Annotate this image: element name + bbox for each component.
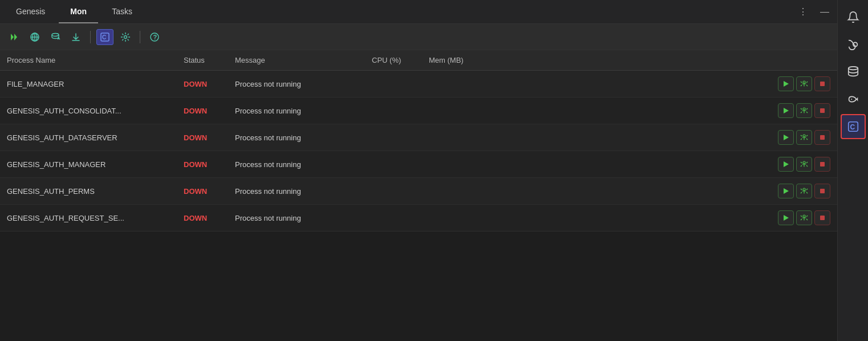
process-row-actions [490, 71, 837, 98]
process-row-actions [490, 205, 837, 232]
process-name: GENESIS_AUTH_MANAGER [0, 151, 177, 178]
svg-line-44 [806, 189, 808, 190]
svg-line-24 [801, 112, 802, 113]
svg-rect-33 [820, 135, 825, 140]
process-play-button[interactable] [778, 210, 794, 225]
help-button[interactable]: ? [146, 29, 163, 45]
minimize-button[interactable]: — [817, 6, 833, 18]
refresh-db-button[interactable] [47, 29, 64, 45]
process-message: Process not running [228, 178, 365, 205]
sidebar-database-icon[interactable] [841, 59, 866, 84]
svg-marker-1 [14, 34, 17, 40]
resource-manager-button[interactable]: C [96, 29, 113, 45]
svg-marker-48 [784, 215, 789, 221]
process-row-actions [490, 124, 837, 151]
col-header-message: Message [228, 50, 365, 71]
process-message: Process not running [228, 71, 365, 98]
sidebar-notifications-icon[interactable] [841, 5, 866, 30]
svg-text:C: C [102, 34, 106, 40]
process-status: DOWN [177, 124, 228, 151]
run-all-button[interactable] [6, 29, 23, 45]
process-debug-button[interactable] [796, 103, 812, 118]
sidebar-fish-icon[interactable] [841, 87, 866, 112]
process-play-button[interactable] [778, 184, 794, 198]
svg-rect-47 [820, 189, 825, 193]
process-play-button[interactable] [778, 76, 794, 91]
process-name: FILE_MANAGER [0, 71, 177, 98]
process-status: DOWN [177, 71, 228, 98]
col-header-status: Status [177, 50, 228, 71]
process-mem [422, 71, 490, 98]
process-stop-button[interactable] [814, 210, 830, 225]
process-stop-button[interactable] [814, 130, 830, 145]
table-row: GENESIS_AUTH_PERMS DOWN Process not runn… [0, 178, 837, 205]
svg-line-18 [806, 85, 808, 86]
toolbar-separator-1 [90, 31, 91, 43]
toolbar-separator-2 [140, 31, 140, 43]
svg-text:?: ? [153, 34, 157, 40]
process-status: DOWN [177, 151, 228, 178]
process-play-button[interactable] [778, 157, 794, 172]
more-options-button[interactable]: ⋮ [795, 5, 811, 18]
tab-mon[interactable]: Mon [59, 0, 98, 23]
tab-mon-label: Mon [70, 7, 87, 16]
tab-bar: Genesis Mon Tasks ⋮ — [0, 0, 837, 24]
table-header-row: Process Name Status Message CPU (%) Mem … [0, 50, 837, 71]
process-name: GENESIS_AUTH_DATASERVER [0, 124, 177, 151]
svg-line-52 [801, 219, 802, 220]
svg-line-30 [806, 135, 808, 136]
process-stop-button[interactable] [814, 76, 830, 91]
process-row-actions [490, 178, 837, 205]
svg-line-51 [806, 216, 808, 217]
svg-rect-40 [820, 162, 825, 167]
process-stop-button[interactable] [814, 157, 830, 172]
process-debug-button[interactable] [796, 130, 812, 145]
svg-line-16 [806, 82, 808, 83]
process-name: GENESIS_AUTH_REQUEST_SE... [0, 205, 177, 232]
table-row: GENESIS_AUTH_DATASERVER DOWN Process not… [0, 124, 837, 151]
svg-line-17 [801, 85, 802, 86]
tab-tasks[interactable]: Tasks [100, 0, 144, 23]
process-name: GENESIS_AUTH_CONSOLIDAT... [0, 98, 177, 124]
svg-line-45 [801, 192, 802, 193]
sidebar-spiral-icon[interactable] [841, 32, 866, 57]
process-debug-button[interactable] [796, 184, 812, 198]
process-cpu [365, 124, 422, 151]
svg-point-55 [848, 67, 858, 70]
process-message: Process not running [228, 98, 365, 124]
process-play-button[interactable] [778, 130, 794, 145]
tab-actions: ⋮ — [795, 5, 833, 18]
download-button[interactable] [67, 29, 84, 45]
main-content: Genesis Mon Tasks ⋮ — [0, 0, 837, 341]
right-sidebar: C [837, 0, 868, 341]
col-header-mem: Mem (MB) [422, 50, 490, 71]
table-row: GENESIS_AUTH_REQUEST_SE... DOWN Process … [0, 205, 837, 232]
settings-button[interactable] [117, 29, 134, 45]
svg-line-29 [801, 135, 802, 136]
svg-point-49 [803, 215, 805, 217]
svg-line-53 [806, 219, 808, 220]
process-stop-button[interactable] [814, 184, 830, 198]
network-button[interactable] [26, 29, 43, 45]
svg-marker-13 [784, 81, 789, 87]
svg-line-46 [806, 192, 808, 193]
process-debug-button[interactable] [796, 157, 812, 172]
col-header-name: Process Name [0, 50, 177, 71]
table-row: FILE_MANAGER DOWN Process not running [0, 71, 837, 98]
tab-genesis-label: Genesis [16, 7, 45, 16]
process-cpu [365, 71, 422, 98]
process-play-button[interactable] [778, 103, 794, 118]
process-stop-button[interactable] [814, 103, 830, 118]
table-row: GENESIS_AUTH_CONSOLIDAT... DOWN Process … [0, 98, 837, 124]
svg-line-23 [806, 108, 808, 109]
tab-genesis[interactable]: Genesis [5, 0, 56, 23]
svg-line-32 [806, 139, 808, 140]
process-mem [422, 178, 490, 205]
process-debug-button[interactable] [796, 210, 812, 225]
process-cpu [365, 205, 422, 232]
process-mem [422, 151, 490, 178]
svg-rect-26 [820, 108, 825, 113]
process-row-actions [490, 98, 837, 124]
sidebar-resource-manager-icon[interactable]: C [841, 114, 866, 139]
process-debug-button[interactable] [796, 76, 812, 91]
